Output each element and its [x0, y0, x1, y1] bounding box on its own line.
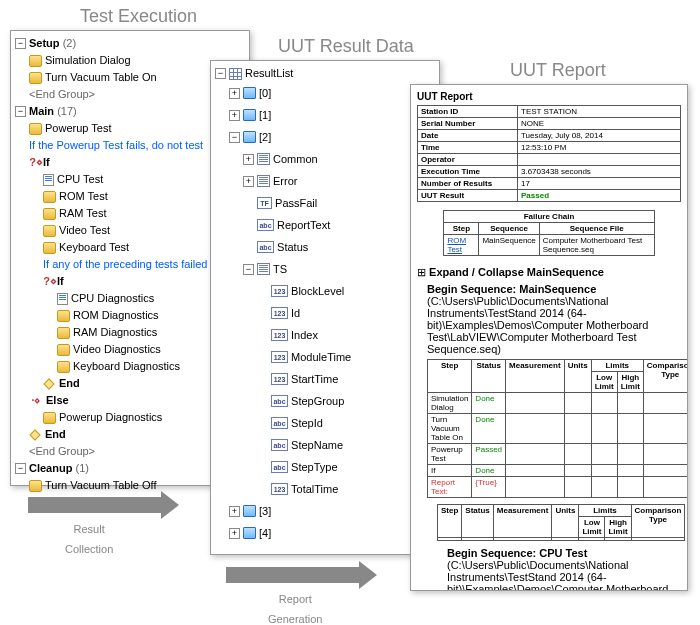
collapse-icon[interactable]: − — [243, 264, 254, 275]
group-setup[interactable]: −Setup (2) — [15, 35, 245, 52]
table-row: Simulation DialogDone — [428, 393, 689, 414]
string-icon: abc — [257, 241, 274, 253]
expand-icon[interactable]: + — [229, 110, 240, 121]
res-ttime[interactable]: 123 TotalTime0.0001 — [215, 478, 435, 500]
res-sid[interactable]: abc StepId"ID#:J — [215, 412, 435, 434]
panel-result: −ResultList +[0] +[1] −[2] +Common +Erro… — [210, 60, 440, 555]
container-icon — [243, 87, 256, 99]
res-report[interactable]: abc ReportText"" — [215, 214, 435, 236]
count-main: (17) — [57, 103, 77, 120]
main-results: StepStatusMeasurementUnitsLimitsComparis… — [427, 359, 688, 498]
table-row: IfDone — [428, 465, 689, 477]
seq-icon — [43, 225, 56, 237]
label-cleanup: Cleanup — [29, 462, 72, 474]
label-setup: Setup — [29, 37, 60, 49]
cluster-icon — [257, 153, 270, 165]
res-error[interactable]: +Error — [215, 170, 435, 192]
collapse-icon[interactable]: − — [215, 68, 226, 79]
cluster-icon — [257, 263, 270, 275]
res-mtime[interactable]: 123 ModuleTime0.0001 — [215, 346, 435, 368]
begin-main: Begin Sequence: MainSequence(C:\Users\Pu… — [417, 283, 681, 355]
res-ts[interactable]: −TS — [215, 258, 435, 280]
res-index[interactable]: 123 Index0 — [215, 324, 435, 346]
report-header: Station IDTEST STATION Serial NumberNONE… — [417, 105, 681, 202]
seq-icon — [43, 191, 56, 203]
number-icon: 123 — [271, 351, 288, 363]
res-2[interactable]: −[2] — [215, 126, 435, 148]
arrow-rc — [28, 497, 163, 513]
table-row: Report Text:{True} — [428, 477, 689, 498]
expand-mainseq[interactable]: ⊞ Expand / Collapse MainSequence — [417, 266, 681, 279]
number-icon: 123 — [271, 329, 288, 341]
res-id[interactable]: 123 Id715 — [215, 302, 435, 324]
table-row — [438, 538, 685, 541]
string-icon: abc — [271, 417, 288, 429]
expand-icon[interactable]: + — [243, 154, 254, 165]
arrow-rg — [226, 567, 361, 583]
expand-icon[interactable]: + — [243, 176, 254, 187]
end-icon — [43, 378, 54, 389]
string-icon: abc — [271, 439, 288, 451]
number-icon: 123 — [271, 483, 288, 495]
expand-icon[interactable]: + — [229, 528, 240, 539]
number-icon: 123 — [271, 307, 288, 319]
seq-icon — [29, 480, 42, 492]
array-icon — [229, 68, 242, 80]
res-stime[interactable]: 123 StartTime67994 — [215, 368, 435, 390]
link-romtest[interactable]: ROM Test — [444, 235, 479, 256]
report-title: UUT Report — [417, 91, 473, 102]
else-icon: ·⋄ — [29, 394, 43, 408]
count-setup: (2) — [63, 35, 76, 52]
seq-icon — [43, 242, 56, 254]
cluster-icon — [257, 175, 270, 187]
seq-icon — [29, 72, 42, 84]
bool-icon: TF — [257, 197, 272, 209]
expand-icon[interactable]: + — [229, 506, 240, 517]
table-row: Powerup TestPassed — [428, 444, 689, 465]
res-0[interactable]: +[0] — [215, 82, 435, 104]
title-exec: Test Execution — [80, 6, 197, 27]
seq-icon — [57, 310, 70, 322]
seq-icon — [29, 123, 42, 135]
failure-chain: Failure Chain StepSequenceSequence File … — [443, 210, 654, 256]
res-status[interactable]: abc Status"Passe — [215, 236, 435, 258]
test-icon — [57, 293, 68, 305]
res-block[interactable]: 123 BlockLevel0 — [215, 280, 435, 302]
container-icon — [243, 505, 256, 517]
title-result: UUT Result Data — [278, 36, 414, 57]
res-4[interactable]: +[4] — [215, 522, 435, 544]
number-icon: 123 — [271, 373, 288, 385]
number-icon: 123 — [271, 285, 288, 297]
res-stype[interactable]: abc StepType"PassF — [215, 456, 435, 478]
string-icon: abc — [257, 219, 274, 231]
label-rg: ReportGeneration — [268, 588, 322, 625]
label-rc: ResultCollection — [65, 518, 113, 558]
res-root[interactable]: −ResultList — [215, 65, 435, 82]
if-icon: ?⋄ — [43, 273, 57, 290]
collapse-icon[interactable]: − — [15, 463, 26, 474]
res-sgroup[interactable]: abc StepGroup"Main" — [215, 390, 435, 412]
collapse-icon[interactable]: − — [15, 106, 26, 117]
sub-results: StepStatusMeasurementUnitsLimitsComparis… — [437, 504, 685, 541]
begin-cpu: Begin Sequence: CPU Test(C:\Users\Public… — [417, 547, 681, 591]
container-icon — [243, 131, 256, 143]
title-report: UUT Report — [510, 60, 606, 81]
res-3[interactable]: +[3] — [215, 500, 435, 522]
seq-icon — [57, 327, 70, 339]
count-cleanup: (1) — [75, 460, 88, 477]
tree-result[interactable]: −ResultList +[0] +[1] −[2] +Common +Erro… — [211, 61, 439, 548]
if-icon: ?⋄ — [29, 154, 43, 171]
res-sname[interactable]: abc StepName"Powe — [215, 434, 435, 456]
collapse-icon[interactable]: − — [15, 38, 26, 49]
res-common[interactable]: +Common — [215, 148, 435, 170]
end-icon — [29, 429, 40, 440]
seq-icon — [43, 412, 56, 424]
res-1[interactable]: +[1] — [215, 104, 435, 126]
res-passfail[interactable]: TF PassFailTrue — [215, 192, 435, 214]
panel-report: UUT Report Station IDTEST STATION Serial… — [410, 84, 688, 591]
seq-icon — [57, 344, 70, 356]
collapse-icon[interactable]: − — [229, 132, 240, 143]
table-row: Turn Vacuum Table OnDone — [428, 414, 689, 444]
expand-icon[interactable]: + — [229, 88, 240, 99]
label-main: Main — [29, 105, 54, 117]
